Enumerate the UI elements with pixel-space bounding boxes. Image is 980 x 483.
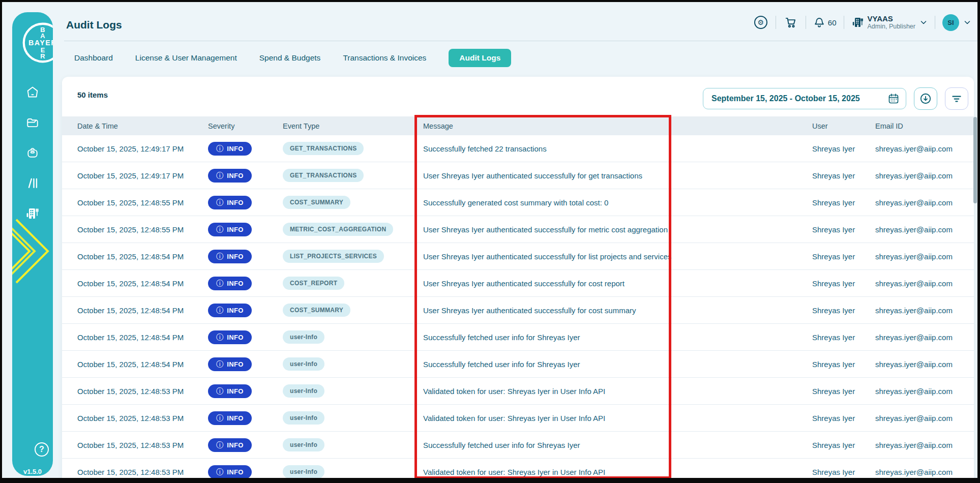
- table-row: October 15, 2025, 12:48:54 PMⓘINFOCOST_S…: [62, 297, 974, 324]
- cell-event-type: user-Info: [283, 357, 423, 371]
- divider: [935, 16, 935, 29]
- avatar: SI: [942, 14, 959, 31]
- severity-badge: ⓘINFO: [208, 277, 252, 290]
- gear-icon: ⚙: [754, 16, 767, 29]
- severity-label: INFO: [227, 414, 243, 422]
- help-icon[interactable]: ?: [35, 442, 49, 457]
- cart-icon: [784, 16, 797, 29]
- severity-label: INFO: [227, 145, 243, 153]
- severity-label: INFO: [227, 468, 243, 476]
- vertical-scrollbar[interactable]: [973, 117, 977, 203]
- cell-event-type: METRIC_COST_AGGREGATION: [283, 223, 423, 236]
- cell-event-type: user-Info: [283, 330, 423, 344]
- divider: [776, 16, 776, 29]
- cell-severity: ⓘINFO: [208, 357, 283, 371]
- info-icon: ⓘ: [216, 253, 223, 260]
- severity-badge: ⓘINFO: [208, 250, 252, 263]
- calendar-icon: [887, 93, 900, 105]
- event-type-chip: COST_SUMMARY: [283, 304, 350, 317]
- severity-badge: ⓘINFO: [208, 384, 252, 398]
- cell-datetime: October 15, 2025, 12:48:54 PM: [62, 279, 208, 288]
- chevron-down-icon: [919, 18, 928, 26]
- tab-spend-budgets[interactable]: Spend & Budgets: [259, 49, 321, 67]
- org-switcher[interactable]: VYAAS Admin, Publisher: [851, 14, 928, 31]
- cell-user: Shreyas Iyer: [812, 171, 875, 180]
- info-icon: ⓘ: [216, 199, 223, 206]
- divider: [844, 16, 844, 29]
- severity-badge: ⓘINFO: [208, 465, 252, 479]
- severity-label: INFO: [227, 441, 243, 449]
- severity-badge: ⓘINFO: [208, 304, 252, 317]
- settings-button[interactable]: ⚙: [753, 15, 768, 30]
- cell-user: Shreyas Iyer: [812, 468, 875, 476]
- cell-event-type: GET_TRANSACTIONS: [283, 169, 423, 182]
- event-type-chip: COST_SUMMARY: [283, 196, 350, 209]
- cell-user: Shreyas Iyer: [812, 279, 875, 288]
- cell-severity: ⓘINFO: [208, 438, 283, 452]
- severity-label: INFO: [227, 172, 243, 179]
- notifications-button[interactable]: 60: [813, 16, 837, 28]
- table-row: October 15, 2025, 12:48:55 PMⓘINFOCOST_S…: [62, 189, 974, 216]
- cell-datetime: October 15, 2025, 12:49:17 PM: [62, 144, 208, 153]
- cell-severity: ⓘINFO: [208, 277, 283, 290]
- cell-email: shreyas.iyer@aiip.com: [875, 252, 974, 261]
- cell-message: Validated token for user: Shreyas Iyer i…: [423, 468, 812, 476]
- header-divider: [64, 41, 977, 41]
- cell-severity: ⓘINFO: [208, 384, 283, 398]
- cell-user: Shreyas Iyer: [812, 441, 875, 449]
- cell-event-type: GET_TRANSACTIONS: [283, 142, 423, 155]
- severity-label: INFO: [227, 307, 243, 314]
- cell-datetime: October 15, 2025, 12:48:53 PM: [62, 414, 208, 422]
- cell-datetime: October 15, 2025, 12:48:54 PM: [62, 252, 208, 261]
- filter-button[interactable]: [945, 87, 968, 110]
- version-label: v1.5.0: [12, 468, 53, 475]
- tab-audit-logs[interactable]: Audit Logs: [449, 49, 511, 67]
- cell-email: shreyas.iyer@aiip.com: [875, 144, 974, 153]
- event-type-chip: GET_TRANSACTIONS: [283, 142, 364, 155]
- cart-button[interactable]: [783, 15, 798, 30]
- cell-email: shreyas.iyer@aiip.com: [875, 441, 974, 449]
- cell-event-type: user-Info: [283, 384, 423, 398]
- info-icon: ⓘ: [216, 307, 223, 314]
- cell-event-type: COST_SUMMARY: [283, 196, 423, 209]
- cell-user: Shreyas Iyer: [812, 333, 875, 342]
- download-button[interactable]: [914, 87, 937, 110]
- bag-icon[interactable]: [26, 146, 39, 159]
- user-menu[interactable]: SI: [942, 14, 971, 31]
- library-icon[interactable]: [26, 176, 39, 190]
- column-header: Email ID: [875, 122, 974, 130]
- sidebar: BAYER B A E R: [12, 12, 53, 476]
- org-name: VYAAS: [868, 14, 916, 23]
- cell-email: shreyas.iyer@aiip.com: [875, 306, 974, 315]
- cell-message: User Shreyas Iyer authenticated successf…: [423, 279, 812, 288]
- column-header: Message: [423, 122, 812, 130]
- date-range-picker[interactable]: September 15, 2025 - October 15, 2025: [703, 88, 906, 109]
- severity-label: INFO: [227, 199, 243, 206]
- cell-datetime: October 15, 2025, 12:48:53 PM: [62, 468, 208, 476]
- cell-email: shreyas.iyer@aiip.com: [875, 387, 974, 396]
- cell-severity: ⓘINFO: [208, 196, 283, 209]
- tab-dashboard[interactable]: Dashboard: [74, 49, 113, 67]
- home-icon[interactable]: [26, 85, 39, 99]
- severity-label: INFO: [227, 280, 243, 287]
- cell-datetime: October 15, 2025, 12:49:17 PM: [62, 171, 208, 180]
- bell-icon: [813, 16, 825, 28]
- svg-text:A: A: [40, 32, 45, 40]
- cell-message: Validated token for user: Shreyas Iyer i…: [423, 414, 812, 422]
- tab-license-user-management[interactable]: License & User Management: [135, 49, 237, 67]
- severity-badge: ⓘINFO: [208, 411, 252, 425]
- org-labels: VYAAS Admin, Publisher: [868, 14, 916, 31]
- folder-icon[interactable]: [26, 116, 39, 129]
- info-icon: ⓘ: [216, 360, 223, 368]
- severity-badge: ⓘINFO: [208, 223, 252, 236]
- chevron-decoration: [12, 210, 53, 292]
- cell-datetime: October 15, 2025, 12:48:53 PM: [62, 387, 208, 396]
- severity-badge: ⓘINFO: [208, 196, 252, 209]
- column-header: Date & Time: [62, 122, 208, 130]
- cell-datetime: October 15, 2025, 12:48:54 PM: [62, 360, 208, 369]
- tab-transactions-invoices[interactable]: Transactions & Invoices: [343, 49, 426, 67]
- table-row: October 15, 2025, 12:49:17 PMⓘINFOGET_TR…: [62, 135, 974, 162]
- event-type-chip: GET_TRANSACTIONS: [283, 169, 364, 182]
- cell-message: User Shreyas Iyer authenticated successf…: [423, 252, 812, 261]
- severity-label: INFO: [227, 360, 243, 368]
